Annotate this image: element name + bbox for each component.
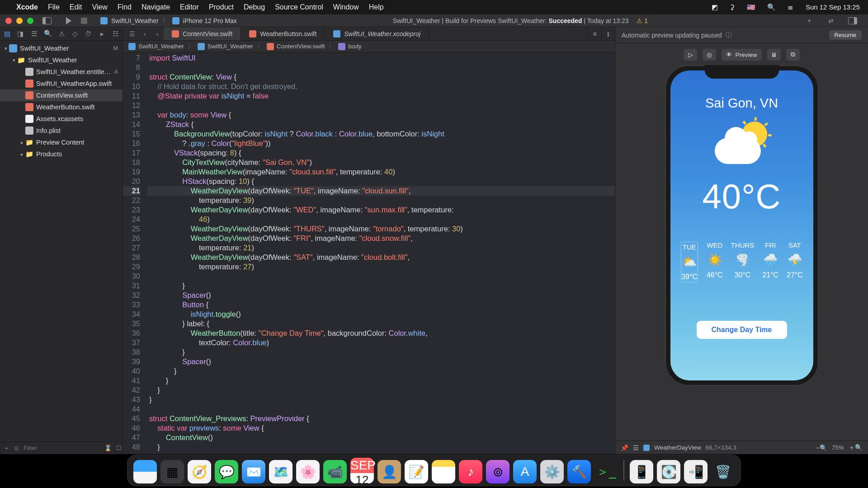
code-line[interactable]: } [147, 442, 615, 452]
line-number[interactable]: 16 [123, 139, 140, 148]
forecast-day[interactable]: WED ☀️ 46°C [707, 241, 723, 283]
dock-notes[interactable] [432, 460, 455, 483]
line-number[interactable]: 13 [123, 110, 140, 120]
code-line[interactable]: } [147, 385, 615, 395]
code-line[interactable]: static var previews: some View { [147, 423, 615, 433]
code-line[interactable] [147, 63, 615, 72]
dock-mail[interactable]: ✉️ [242, 460, 265, 483]
dock-facetime[interactable]: 📹 [323, 460, 347, 483]
menu-source-control[interactable]: Source Control [275, 3, 323, 11]
menu-view[interactable]: View [92, 3, 107, 11]
preview-mode-button[interactable]: 👁 Preview [722, 49, 761, 61]
line-number[interactable]: 12 [123, 101, 140, 110]
code-line[interactable]: temperature: 39) [147, 196, 615, 205]
tree-file-row[interactable]: ContentView.swift [0, 89, 123, 101]
menu-product[interactable]: Product [209, 3, 234, 11]
line-number[interactable]: 19 [123, 167, 140, 177]
toggle-inspector-icon[interactable] [847, 15, 858, 26]
dock-diskutil[interactable]: 💽 [657, 460, 680, 483]
crumb[interactable]: SwiftUI_Weather [208, 43, 253, 50]
code-line[interactable]: VStack(spacing: 8) { [147, 148, 615, 158]
line-number[interactable]: 23 [123, 205, 140, 215]
crumb[interactable]: body [348, 43, 361, 50]
code-line[interactable]: WeatherDayView(dayOfWeek: "WED", imageNa… [147, 205, 615, 215]
dock-appstore[interactable]: A [513, 460, 537, 483]
code-line[interactable]: @State private var isNight = false [147, 91, 615, 101]
editor-tab[interactable]: ContentView.swift [164, 27, 241, 40]
dock-calendar[interactable]: SEP 12 [350, 460, 374, 483]
editor-tab[interactable]: WeatherButton.swift [241, 27, 325, 40]
forecast-day[interactable]: TUE ⛅ 39°C [680, 241, 698, 283]
forecast-day[interactable]: THURS 🌪️ 30°C [731, 241, 755, 283]
line-number[interactable]: 30 [123, 272, 140, 281]
code-line[interactable]: Spacer() [147, 291, 615, 300]
disclosure-triangle-icon[interactable]: ▾ [11, 57, 17, 63]
line-number[interactable]: 22 [123, 196, 140, 205]
line-number[interactable]: 40 [123, 366, 140, 376]
menu-edit[interactable]: Edit [70, 3, 82, 11]
line-number[interactable]: 41 [123, 376, 140, 385]
menu-window[interactable]: Window [333, 3, 359, 11]
line-number[interactable]: 43 [123, 395, 140, 404]
line-number[interactable]: 37 [123, 338, 140, 347]
dock-xcode[interactable]: 🔨 [567, 460, 591, 483]
menu-find[interactable]: Find [118, 3, 132, 11]
line-number[interactable]: 26 [123, 234, 140, 243]
code-line[interactable]: Spacer() [147, 357, 615, 366]
line-number[interactable]: 32 [123, 291, 140, 300]
disclosure-triangle-icon[interactable]: ▾ [3, 46, 9, 52]
breakpoint-navigator-icon[interactable]: ▸ [99, 30, 106, 38]
canvas-body[interactable]: Sai Gon, VN 40°C TUE ⛅ 39°CWED ☀️ 46°CTH… [615, 63, 868, 441]
window-close-button[interactable] [5, 18, 12, 24]
input-source-icon[interactable]: 🇺🇸 [747, 3, 755, 11]
dock-finder[interactable] [133, 460, 157, 483]
code-line[interactable]: ZStack { [147, 120, 615, 129]
line-number[interactable]: 7 [123, 53, 140, 63]
line-number[interactable]: 21 [123, 186, 140, 196]
tree-file-row[interactable]: SwiftUI_WeatherApp.swift [0, 78, 123, 89]
scheme-selector[interactable]: SwiftUI_Weather 〉 iPhone 12 Pro Max [100, 17, 237, 25]
code-line[interactable]: MainWeatherView(imageName: "cloud.sun.fi… [147, 167, 615, 177]
dock-terminal[interactable]: ＞_ [594, 460, 618, 483]
line-number[interactable]: 45 [123, 414, 140, 423]
code-line[interactable]: WeatherButton(title: "Change Day Time", … [147, 328, 615, 338]
debug-navigator-icon[interactable]: ⏱ [85, 30, 92, 38]
nav-forward-icon[interactable]: › [151, 27, 164, 40]
line-number[interactable]: 27 [123, 243, 140, 253]
dock-contacts[interactable]: 👤 [377, 460, 401, 483]
dock-settings[interactable]: ⚙️ [540, 460, 564, 483]
dock-music[interactable]: ♪ [459, 460, 482, 483]
tree-group[interactable]: ▾ 📁 SwiftUI_Weather [0, 54, 123, 66]
tree-file-row[interactable]: SwiftUI_Weather.entitle… A [0, 66, 123, 78]
tree-project-root[interactable]: ▾ SwiftUI_Weather M [0, 42, 123, 54]
line-number[interactable]: 11 [123, 91, 140, 101]
line-number[interactable]: 15 [123, 129, 140, 139]
scm-filter-icon[interactable]: ☐ [116, 445, 122, 451]
code-line[interactable]: var body: some View { [147, 110, 615, 120]
code-line[interactable]: BackgroundView(topColor: isNight ? Color… [147, 129, 615, 139]
code-line[interactable]: } [147, 395, 615, 404]
code-line[interactable]: Button { [147, 300, 615, 310]
code-line[interactable]: isNight.toggle() [147, 310, 615, 319]
line-number[interactable]: 48 [123, 442, 140, 452]
breadcrumb-icon[interactable]: ☰ [633, 444, 639, 451]
line-number[interactable]: 31 [123, 281, 140, 291]
code-line[interactable]: } label: { [147, 319, 615, 328]
code-line[interactable]: ? .gray : Color("lightBlue")) [147, 139, 615, 148]
source-control-navigator-icon[interactable]: ◨ [17, 30, 24, 38]
window-minimize-button[interactable] [16, 18, 23, 24]
code-line[interactable]: WeatherDayView(dayOfWeek: "FRI", imageNa… [147, 234, 615, 243]
line-number[interactable]: 44 [123, 404, 140, 414]
code-line[interactable]: struct ContentView_Previews: PreviewProv… [147, 414, 615, 423]
crumb[interactable]: SwiftUI_Weather [138, 43, 184, 50]
code-line[interactable]: 46) [147, 215, 615, 224]
zoom-out-icon[interactable]: −🔍 [816, 444, 827, 451]
stop-button-icon[interactable] [79, 15, 90, 26]
project-navigator-icon[interactable]: ▤ [4, 30, 11, 38]
tree-file-row[interactable]: Info.plist [0, 125, 123, 136]
add-editor-icon[interactable]: ＋ [804, 15, 815, 26]
line-number[interactable]: 35 [123, 319, 140, 328]
dock-simulator[interactable]: 📱 [630, 460, 653, 483]
resume-preview-button[interactable]: Resume [829, 30, 862, 40]
code-line[interactable]: struct ContentView: View { [147, 72, 615, 82]
